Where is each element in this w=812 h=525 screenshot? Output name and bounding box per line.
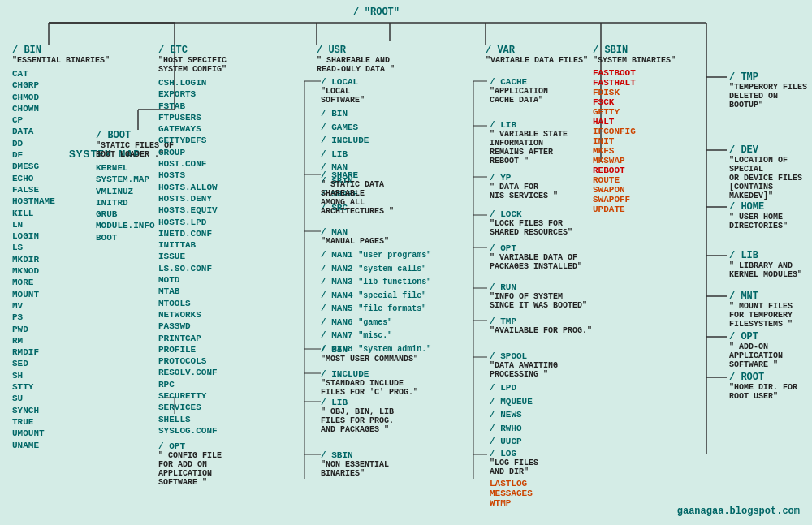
etc-label: / ETC	[158, 45, 227, 56]
usr-local-label: / LOCAL	[321, 77, 369, 87]
root-dir-desc: "HOME DIR. FORROOT USER"	[729, 383, 797, 401]
usr-bin-label: / BIN	[321, 345, 418, 355]
etc-opt-section: / OPT " CONFIG FILEFOR ADD ONAPPLICATION…	[158, 441, 227, 487]
usr-man-desc: "MANUAL PAGES"	[321, 237, 431, 246]
var-lock-label: / LOCK	[490, 209, 572, 219]
dev-section: / DEV "LOCATION OF SPECIALOR DEVICE FILE…	[729, 144, 812, 200]
opt-desc: " ADD-ON APPLICATIONSOFTWARE "	[729, 342, 812, 369]
usr-share-label: / SHARE	[321, 170, 394, 180]
var-opt-label: / OPT	[490, 243, 582, 253]
usr-bin-desc: "MOST USER COMMANDS"	[321, 355, 418, 364]
usr-lib-label: / LIB	[321, 398, 394, 407]
opt-section: / OPT " ADD-ON APPLICATIONSOFTWARE "	[729, 331, 812, 369]
var-tmp-label: / TMP	[490, 316, 592, 326]
usr-include-label: / INCLUDE	[321, 369, 418, 379]
etc-section: / ETC "HOST SPECIFICSYSTEM CONFIG" CSH.L…	[158, 45, 227, 487]
root-label: /	[353, 6, 359, 18]
root-dir-section: / ROOT "HOME DIR. FORROOT USER"	[729, 372, 797, 401]
bin-section: / BIN "ESSENTIAL BINARIES" CAT CHGRP CHM…	[12, 45, 110, 451]
usr-desc: " SHAREABLE ANDREAD-ONLY DATA "	[317, 56, 395, 74]
usr-lib-section: / LIB " OBJ, BIN, LIBFILES FOR PROG.AND …	[321, 398, 394, 434]
var-spool-label: / SPOOL	[490, 351, 558, 361]
usr-sbin-label: / SBIN	[321, 450, 389, 460]
sbin-files: FASTBOOT FASTHALT FDISK FSCK GETTY HALT …	[593, 68, 676, 214]
var-run-label: / RUN	[490, 282, 587, 292]
var-label: / VAR	[486, 45, 588, 56]
usr-label: / USR	[317, 45, 395, 56]
usr-bin-section: / BIN "MOST USER COMMANDS"	[321, 345, 418, 364]
sbin-section: / SBIN "SYSTEM BINARIES" FASTBOOT FASTHA…	[593, 45, 676, 214]
var-yp-section: / YP " DATA FORNIS SERVICES "	[490, 173, 558, 200]
home-section: / HOME " USER HOMEDIRECTORIES"	[729, 201, 788, 230]
lib-section: / LIB " LIBRARY ANDKERNEL MODULES"	[729, 250, 802, 279]
etc-opt-label: / OPT	[158, 441, 227, 451]
root-name: "ROOT"	[365, 6, 400, 18]
var-yp-label: / YP	[490, 173, 558, 183]
root-node: / "ROOT"	[353, 6, 400, 18]
lib-desc: " LIBRARY ANDKERNEL MODULES"	[729, 261, 802, 279]
root-dir-label: / ROOT	[729, 372, 797, 383]
var-log-label: / LOG	[490, 449, 538, 458]
mnt-section: / MNT " MOUNT FILESFOR TEMPORERYFILESYST…	[729, 290, 793, 329]
var-tmp-desc: "AVAILABLE FOR PROG."	[490, 326, 592, 335]
var-run-desc: "INFO OF SYSTEMSINCE IT WAS BOOTED"	[490, 292, 587, 310]
home-label: / HOME	[729, 201, 788, 213]
var-lib-desc: " VARIABLE STATEINFORMATIONREMAINS AFTER…	[490, 130, 568, 166]
usr-sbin-desc: "NON ESSENTIALBINARIES"	[321, 460, 389, 478]
tmp-desc: "TEMPERORY FILESDELETED ON BOOTUP"	[729, 83, 812, 110]
sbin-desc: "SYSTEM BINARIES"	[593, 56, 676, 65]
var-log-section: / LOG "LOG FILESAND DIR" LASTLOG MESSAGE…	[490, 449, 538, 508]
var-lib-label: / LIB	[490, 120, 568, 130]
opt-label: / OPT	[729, 331, 812, 342]
usr-man-label: / MAN	[321, 227, 431, 237]
bin-label: / BIN	[12, 45, 110, 56]
bin-desc: "ESSENTIAL BINARIES"	[12, 56, 110, 65]
tmp-label: / TMP	[729, 71, 812, 83]
usr-lib-desc: " OBJ, BIN, LIBFILES FOR PROG.AND PACKAG…	[321, 407, 394, 434]
var-log-desc: "LOG FILESAND DIR"	[490, 458, 538, 476]
var-desc: "VARIABLE DATA FILES"	[486, 56, 588, 65]
page: / "ROOT" SYSTEM MAP / BIN "ESSENTIAL BIN…	[0, 0, 812, 525]
mnt-desc: " MOUNT FILESFOR TEMPORERYFILESYSTEMS "	[729, 302, 793, 329]
bin-files: CAT CHGRP CHMOD CHOWN CP DATA DD DF DMES…	[12, 68, 110, 451]
usr-share-section: / SHARE " STATIC DATASHAREABLEAMONG ALLA…	[321, 170, 394, 216]
var-run-section: / RUN "INFO OF SYSTEMSINCE IT WAS BOOTED…	[490, 282, 587, 310]
usr-include-desc: "STANDARD INCLUDEFILES FOR 'C' PROG."	[321, 379, 418, 397]
etc-desc: "HOST SPECIFICSYSTEM CONFIG"	[158, 56, 227, 74]
var-opt-section: / OPT " VARIABLE DATA OFPACKAGES INSTALL…	[490, 243, 582, 271]
var-lock-section: / LOCK "LOCK FILES FORSHARED RESOURCES"	[490, 209, 572, 237]
home-desc: " USER HOMEDIRECTORIES"	[729, 213, 788, 230]
var-spool-desc: "DATA AWAITINGPROCESSING "	[490, 361, 558, 379]
sbin-label: / SBIN	[593, 45, 676, 56]
var-cache-label: / CACHE	[490, 77, 548, 87]
var-opt-desc: " VARIABLE DATA OFPACKAGES INSTALLED"	[490, 253, 582, 271]
usr-man-subdirs: / MAN1 "user programs" / MAN2 "system ca…	[321, 248, 431, 355]
etc-opt-desc: " CONFIG FILEFOR ADD ONAPPLICATIONSOFTWA…	[158, 451, 227, 487]
var-tmp-section: / TMP "AVAILABLE FOR PROG."	[490, 316, 592, 335]
usr-sbin-section: / SBIN "NON ESSENTIALBINARIES"	[321, 450, 389, 478]
usr-include-section: / INCLUDE "STANDARD INCLUDEFILES FOR 'C'…	[321, 369, 418, 397]
usr-share-desc: " STATIC DATASHAREABLEAMONG ALLARCHITECT…	[321, 180, 394, 216]
var-lib-section: / LIB " VARIABLE STATEINFORMATIONREMAINS…	[490, 120, 568, 166]
tmp-section: / TMP "TEMPERORY FILESDELETED ON BOOTUP"	[729, 71, 812, 110]
var-spool-section: / SPOOL "DATA AWAITINGPROCESSING " / LPD…	[490, 351, 558, 449]
etc-files: CSH.LOGIN EXPORTS FSTAB FTPUSERS GATEWAY…	[158, 77, 227, 437]
dev-label: / DEV	[729, 144, 812, 156]
var-yp-desc: " DATA FORNIS SERVICES "	[490, 183, 558, 200]
var-log-files: LASTLOG MESSAGES WTMP	[490, 479, 538, 508]
lib-label: / LIB	[729, 250, 802, 261]
var-spool-subdirs: / LPD / MQUEUE / NEWS / RWHO / UUCP	[490, 381, 558, 449]
usr-local-desc: "LOCALSOFTWARE"	[321, 87, 369, 105]
var-section: / VAR "VARIABLE DATA FILES"	[486, 45, 588, 65]
var-lock-desc: "LOCK FILES FORSHARED RESOURCES"	[490, 219, 572, 237]
dev-desc: "LOCATION OF SPECIALOR DEVICE FILES[CONT…	[729, 156, 812, 200]
var-cache-desc: "APPLICATIONCACHE DATA"	[490, 87, 548, 105]
mnt-label: / MNT	[729, 290, 793, 302]
watermark: gaanagaa.blogspot.com	[677, 506, 800, 517]
usr-section: / USR " SHAREABLE ANDREAD-ONLY DATA "	[317, 45, 395, 74]
var-cache-section: / CACHE "APPLICATIONCACHE DATA"	[490, 77, 548, 105]
usr-man-section: / MAN "MANUAL PAGES" / MAN1 "user progra…	[321, 227, 431, 355]
